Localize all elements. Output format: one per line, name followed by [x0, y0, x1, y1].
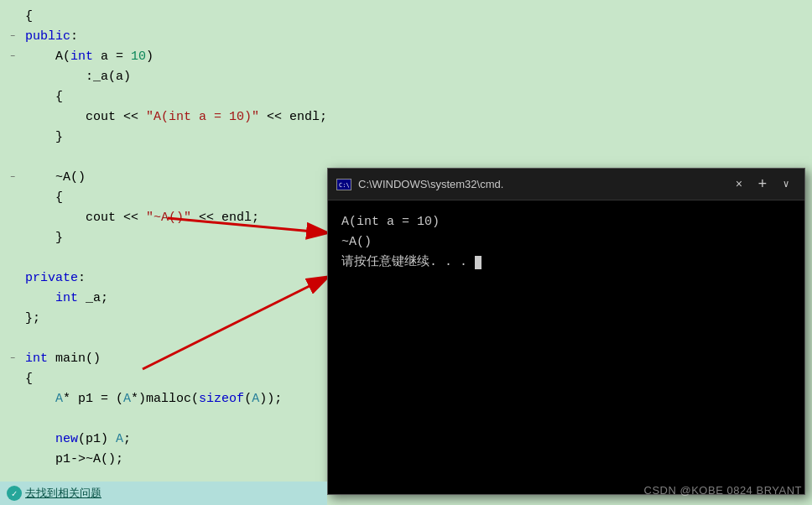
status-bar: ✓ 去找到相关问题	[0, 482, 327, 505]
cmd-controls: × + ∨	[729, 174, 796, 195]
line-content: public:	[25, 27, 805, 47]
cmd-window: C:\ C:\WINDOWS\system32\cmd. × + ∨ A(int…	[327, 168, 805, 495]
cmd-new-tab-button[interactable]: +	[752, 174, 773, 195]
code-line: :_a(a)	[0, 67, 812, 87]
code-line: cout << "A(int a = 10)" << endl;	[0, 107, 812, 128]
watermark-text: CSDN @KOBE 0824 BRYANT	[644, 484, 802, 497]
code-line	[0, 148, 812, 168]
status-icon: ✓	[7, 486, 22, 501]
code-line: {	[0, 7, 812, 27]
code-editor: { − public: − A(int a = 10) :_a(a) {	[0, 0, 812, 505]
cmd-close-button[interactable]: ×	[729, 174, 749, 195]
line-gutter-collapse[interactable]: −	[0, 51, 25, 63]
cmd-titlebar: C:\ C:\WINDOWS\system32\cmd. × + ∨	[328, 169, 804, 200]
collapse-icon[interactable]: −	[7, 51, 18, 63]
code-line: {	[0, 87, 812, 107]
line-content: :_a(a)	[25, 67, 805, 87]
line-gutter-collapse[interactable]: −	[0, 353, 25, 365]
collapse-icon[interactable]: −	[7, 172, 18, 184]
svg-text:C:\: C:\	[339, 182, 350, 189]
cursor	[475, 256, 481, 269]
cmd-output-line-1: A(int a = 10)	[341, 212, 791, 232]
collapse-icon[interactable]: −	[7, 353, 18, 365]
watermark: CSDN @KOBE 0824 BRYANT	[644, 484, 802, 497]
cmd-output-line-2: ~A()	[341, 232, 791, 252]
status-text[interactable]: 去找到相关问题	[25, 486, 102, 501]
cmd-dropdown-button[interactable]: ∨	[776, 174, 796, 195]
code-line: }	[0, 128, 812, 148]
line-content: cout << "A(int a = 10)" << endl;	[25, 107, 805, 128]
collapse-icon[interactable]: −	[7, 31, 18, 43]
line-gutter-collapse[interactable]: −	[0, 31, 25, 43]
line-content	[25, 148, 805, 168]
code-line: − public:	[0, 27, 812, 47]
line-content: }	[25, 128, 805, 148]
cmd-app-icon: C:\	[336, 179, 351, 190]
code-line: − A(int a = 10)	[0, 47, 812, 67]
line-content: A(int a = 10)	[25, 47, 805, 67]
line-content: {	[25, 87, 805, 107]
line-gutter-collapse[interactable]: −	[0, 172, 25, 184]
cmd-body: A(int a = 10) ~A() 请按任意键继续. . .	[328, 200, 804, 494]
cmd-output-line-3: 请按任意键继续. . .	[341, 252, 791, 273]
cmd-title: C:\WINDOWS\system32\cmd.	[358, 178, 722, 190]
line-content: {	[25, 7, 805, 27]
